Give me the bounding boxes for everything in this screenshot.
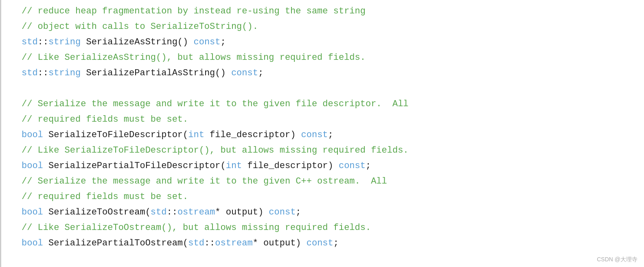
comment-text: // Like SerializeToOstream(), but allows… xyxy=(22,221,371,235)
comment-text: // Serialize the message and write it to… xyxy=(22,97,409,111)
text-default-token: :: xyxy=(38,35,48,49)
comment-text: // required fields must be set. xyxy=(22,190,188,204)
text-default-token: ; xyxy=(296,205,301,219)
code-container: // reduce heap fragmentation by instead … xyxy=(0,0,644,267)
keyword-blue-token: bool xyxy=(22,205,43,219)
code-line: // Like SerializeToFileDescriptor(), but… xyxy=(1,143,644,159)
text-default-token: file_descriptor) xyxy=(204,128,301,142)
text-default-token: * output) xyxy=(253,236,307,250)
keyword-blue-token: ostream xyxy=(177,205,215,219)
text-default-token: :: xyxy=(166,205,177,219)
text-default-token: SerializeAsString() xyxy=(81,35,193,49)
code-line: // required fields must be set. xyxy=(1,190,644,205)
code-line: // Serialize the message and write it to… xyxy=(1,174,644,190)
code-line: // Serialize the message and write it to… xyxy=(1,97,644,112)
keyword-const-token: const xyxy=(231,66,258,80)
keyword-blue-token: std xyxy=(22,35,38,49)
code-line: // required fields must be set. xyxy=(1,112,644,128)
text-default-token: :: xyxy=(204,236,215,250)
keyword-blue-token: int xyxy=(226,159,242,173)
text-default-token: SerializePartialToOstream( xyxy=(43,236,188,250)
comment-text: // Like SerializeToFileDescriptor(), but… xyxy=(22,143,409,158)
code-line: std::string SerializePartialAsString() c… xyxy=(1,66,644,81)
code-line: bool SerializePartialToFileDescriptor(in… xyxy=(1,159,644,174)
code-line: bool SerializePartialToOstream(std::ostr… xyxy=(1,236,644,252)
code-line: bool SerializeToOstream(std::ostream* ou… xyxy=(1,205,644,221)
text-default-token: SerializeToOstream( xyxy=(43,205,151,219)
keyword-const-token: const xyxy=(193,35,220,49)
keyword-blue-token: string xyxy=(48,66,81,80)
comment-text: // Like SerializeAsString(), but allows … xyxy=(22,50,366,65)
comment-text: // object with calls to SerializeToStrin… xyxy=(22,20,258,34)
keyword-blue-token: std xyxy=(188,236,204,250)
text-default-token: * output) xyxy=(215,205,269,219)
text-default-token: SerializePartialToFileDescriptor( xyxy=(43,159,226,173)
keyword-blue-token: std xyxy=(22,66,38,80)
code-line: // Like SerializeToOstream(), but allows… xyxy=(1,221,644,236)
keyword-blue-token: std xyxy=(151,205,167,219)
code-line: std::string SerializeAsString() const; xyxy=(1,35,644,50)
text-default-token: ; xyxy=(221,35,226,49)
keyword-const-token: const xyxy=(339,159,366,173)
keyword-blue-token: bool xyxy=(22,236,43,250)
code-line: // Like SerializeAsString(), but allows … xyxy=(1,50,644,66)
text-default-token: SerializePartialAsString() xyxy=(81,66,231,80)
text-default-token: ; xyxy=(328,128,333,142)
keyword-blue-token: bool xyxy=(22,128,43,142)
keyword-blue-token: bool xyxy=(22,159,43,173)
keyword-blue-token: string xyxy=(48,35,81,49)
keyword-const-token: const xyxy=(301,128,328,142)
comment-text: // Serialize the message and write it to… xyxy=(22,174,387,188)
comment-text: // reduce heap fragmentation by instead … xyxy=(22,4,366,18)
text-default-token: file_descriptor) xyxy=(242,159,339,173)
keyword-blue-token: int xyxy=(188,128,204,142)
watermark: CSDN @大理寺 xyxy=(597,255,637,264)
comment-text: // required fields must be set. xyxy=(22,112,188,127)
code-line: // object with calls to SerializeToStrin… xyxy=(1,20,644,35)
code-line: bool SerializeToFileDescriptor(int file_… xyxy=(1,128,644,143)
text-default-token: ; xyxy=(333,236,339,250)
code-line xyxy=(1,81,644,97)
text-default-token: :: xyxy=(38,66,48,80)
keyword-blue-token: ostream xyxy=(215,236,252,250)
text-default-token: SerializeToFileDescriptor( xyxy=(43,128,188,142)
keyword-const-token: const xyxy=(269,205,296,219)
keyword-const-token: const xyxy=(307,236,333,250)
code-line: // reduce heap fragmentation by instead … xyxy=(1,4,644,20)
text-default-token: ; xyxy=(258,66,263,80)
text-default-token: ; xyxy=(366,159,371,173)
